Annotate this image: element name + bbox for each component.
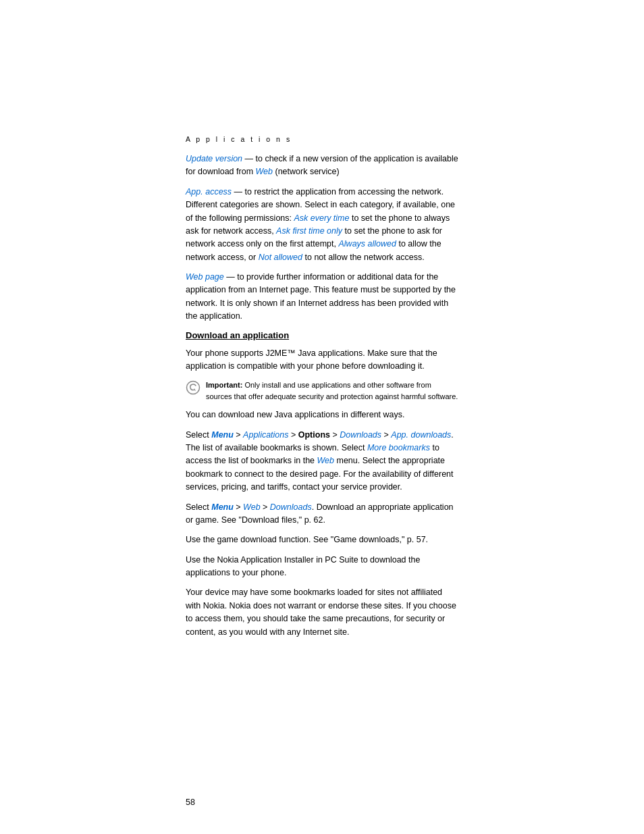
app-access-text5: to not allow the network access. xyxy=(302,253,425,262)
para2: You can download new Java applications i… xyxy=(186,409,458,421)
app-downloads-link[interactable]: App. downloads xyxy=(391,430,451,440)
para5: Your device may have some bookmarks load… xyxy=(186,586,458,639)
select1-sep2: > xyxy=(289,430,298,440)
applications-link[interactable]: Applications xyxy=(243,430,288,440)
menu-link-1[interactable]: Menu xyxy=(211,430,234,440)
important-box: Important: Only install and use applicat… xyxy=(186,380,458,402)
not-allowed-link[interactable]: Not allowed xyxy=(259,253,302,262)
select2-sep2: > xyxy=(261,502,270,512)
select1-sep3: > xyxy=(330,430,340,440)
important-label: Important: xyxy=(206,381,242,389)
ask-every-link[interactable]: Ask every time xyxy=(294,213,350,223)
web-link-3[interactable]: Web xyxy=(243,502,260,512)
ask-first-link[interactable]: Ask first time only xyxy=(276,226,342,236)
para3: Use the game download function. See "Gam… xyxy=(186,533,458,546)
update-version-end: (network service) xyxy=(273,167,340,176)
important-icon xyxy=(186,380,200,395)
section-label: A p p l i c a t i o n s xyxy=(186,135,458,143)
download-heading: Download an application xyxy=(186,330,458,340)
always-allowed-link[interactable]: Always allowed xyxy=(339,239,396,249)
more-bookmarks-link[interactable]: More bookmarks xyxy=(367,443,430,452)
update-version-paragraph: Update version — to check if a new versi… xyxy=(186,153,458,179)
downloads-link-1[interactable]: Downloads xyxy=(340,430,381,440)
para4: Use the Nokia Application Installer in P… xyxy=(186,554,458,580)
app-access-paragraph: App. access — to restrict the applicatio… xyxy=(186,186,458,264)
para1: Your phone supports J2ME™ Java applicati… xyxy=(186,347,458,373)
select1-paragraph: Select Menu > Applications > Options > D… xyxy=(186,429,458,494)
web-page-text: — to provide further information or addi… xyxy=(186,272,456,321)
select1-sep1: > xyxy=(234,430,243,440)
downloads-link-2[interactable]: Downloads xyxy=(270,502,312,512)
page: A p p l i c a t i o n s Update version —… xyxy=(0,0,644,834)
web-page-link[interactable]: Web page xyxy=(186,272,224,282)
web-link-2[interactable]: Web xyxy=(317,456,334,465)
select2-paragraph: Select Menu > Web > Downloads. Download … xyxy=(186,501,458,527)
select2-sep1: > xyxy=(234,502,243,512)
update-version-link[interactable]: Update version xyxy=(186,154,242,163)
select2-pre: Select xyxy=(186,502,211,512)
svg-point-0 xyxy=(187,382,200,394)
web-link-1[interactable]: Web xyxy=(256,167,273,176)
content-area: A p p l i c a t i o n s Update version —… xyxy=(0,0,644,784)
page-number: 58 xyxy=(0,784,644,834)
svg-marker-1 xyxy=(194,388,196,391)
select1-pre: Select xyxy=(186,430,211,440)
options-text: Options xyxy=(298,430,330,440)
menu-link-2[interactable]: Menu xyxy=(211,502,234,512)
important-body: Only install and use applications and ot… xyxy=(206,381,458,400)
app-access-link[interactable]: App. access xyxy=(186,187,232,197)
web-page-paragraph: Web page — to provide further informatio… xyxy=(186,271,458,323)
select1-sep4: > xyxy=(381,430,391,440)
important-text: Important: Only install and use applicat… xyxy=(206,380,458,402)
